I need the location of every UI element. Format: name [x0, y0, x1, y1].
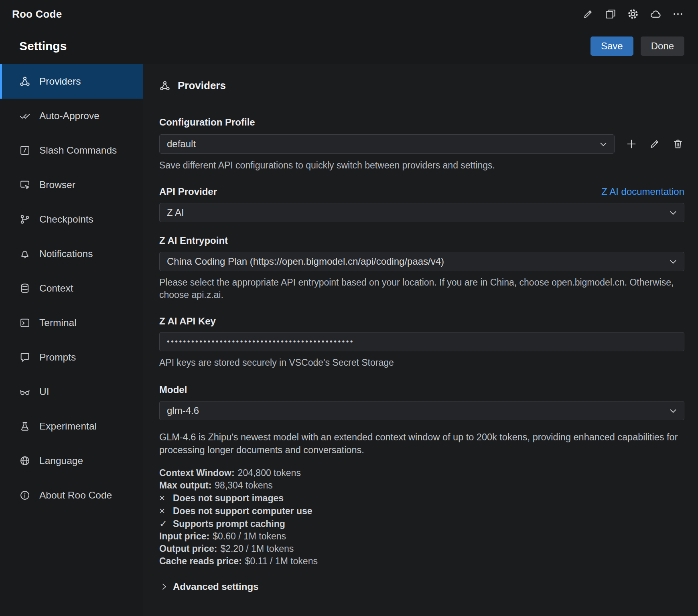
model-group: Model glm-4.6 GLM-4.6 is Zhipu's newest … — [159, 384, 684, 567]
providers-panel: Providers Configuration Profile default — [143, 64, 698, 616]
model-select[interactable]: glm-4.6 — [159, 401, 684, 420]
sidebar-item-ui[interactable]: UI — [0, 375, 143, 409]
model-value: glm-4.6 — [167, 405, 199, 416]
configuration-profile-group: Configuration Profile default — [159, 117, 684, 172]
settings-header: Settings Save Done — [0, 28, 698, 64]
sidebar-item-label: Providers — [39, 76, 81, 87]
spec-no-images: × Does not support images — [159, 492, 684, 505]
sidebar-item-label: Language — [39, 455, 83, 466]
bell-icon — [19, 248, 30, 259]
chevron-down-icon — [668, 406, 678, 416]
entrypoint-select[interactable]: China Coding Plan (https://open.bigmodel… — [159, 252, 684, 271]
spec-no-computer-use: × Does not support computer use — [159, 505, 684, 517]
sidebar-item-auto-approve[interactable]: Auto-Approve — [0, 99, 143, 133]
sidebar-item-browser[interactable]: Browser — [0, 168, 143, 202]
browser-inspect-icon — [19, 179, 30, 190]
sidebar-item-context[interactable]: Context — [0, 271, 143, 306]
sidebar-item-label: Auto-Approve — [39, 110, 99, 122]
advanced-settings-toggle[interactable]: Advanced settings — [159, 581, 684, 592]
sidebar-item-providers[interactable]: Providers — [0, 64, 143, 99]
chevron-down-icon — [598, 139, 609, 150]
layout-icon[interactable] — [604, 8, 617, 20]
terminal-icon — [19, 317, 30, 328]
api-provider-select[interactable]: Z AI — [159, 203, 684, 222]
config-profile-description: Save different API configurations to qui… — [159, 159, 684, 172]
config-profile-label: Configuration Profile — [159, 117, 684, 128]
check-all-icon — [19, 110, 30, 122]
sidebar-item-label: Prompts — [39, 352, 76, 363]
cloud-icon[interactable] — [649, 8, 662, 20]
git-branch-icon — [19, 214, 30, 225]
sidebar-item-label: UI — [39, 386, 49, 397]
spec-max-output: Max output: 98,304 tokens — [159, 479, 684, 492]
sidebar-item-slash-commands[interactable]: Slash Commands — [0, 133, 143, 168]
trash-icon[interactable] — [672, 138, 684, 150]
save-button[interactable]: Save — [590, 36, 633, 56]
x-icon: × — [159, 505, 173, 517]
api-key-input[interactable]: ••••••••••••••••••••••••••••••••••••••••… — [159, 332, 684, 351]
sidebar-item-label: Notifications — [39, 248, 93, 259]
section-header: Providers — [159, 79, 684, 92]
chevron-right-icon — [159, 582, 169, 592]
sidebar-item-label: About Roo Code — [39, 490, 112, 501]
topbar-icon-group — [582, 8, 684, 20]
check-icon: ✓ — [159, 517, 173, 530]
sidebar-item-label: Experimental — [39, 421, 97, 432]
comment-icon — [19, 352, 30, 363]
sidebar-item-label: Terminal — [39, 317, 77, 328]
x-icon: × — [159, 492, 173, 504]
api-key-group: Z AI API Key •••••••••••••••••••••••••••… — [159, 316, 684, 369]
api-provider-group: API Provider Z AI documentation Z AI — [159, 186, 684, 222]
webhook-icon — [19, 76, 30, 87]
model-specs: Context Window: 204,800 tokens Max outpu… — [159, 467, 684, 567]
beaker-icon — [19, 421, 30, 432]
api-provider-label: API Provider — [159, 186, 217, 197]
sidebar-item-prompts[interactable]: Prompts — [0, 340, 143, 375]
section-title: Providers — [178, 79, 226, 92]
config-profile-value: default — [167, 138, 196, 150]
sidebar-item-notifications[interactable]: Notifications — [0, 237, 143, 271]
topbar: Roo Code — [0, 0, 698, 28]
model-label: Model — [159, 384, 684, 395]
header-actions: Save Done — [590, 36, 684, 56]
entrypoint-value: China Coding Plan (https://open.bigmodel… — [167, 256, 444, 267]
api-key-label: Z AI API Key — [159, 316, 684, 327]
chevron-down-icon — [668, 257, 678, 267]
webhook-icon — [159, 80, 170, 91]
entrypoint-description: Please select the appropriate API entryp… — [159, 276, 684, 301]
sidebar-item-about[interactable]: About Roo Code — [0, 478, 143, 513]
gear-icon[interactable] — [627, 8, 639, 20]
ellipsis-icon[interactable] — [672, 8, 684, 20]
zai-documentation-link[interactable]: Z AI documentation — [601, 186, 684, 197]
plus-icon[interactable] — [625, 138, 638, 150]
sidebar-item-label: Browser — [39, 179, 75, 190]
sidebar-item-checkpoints[interactable]: Checkpoints — [0, 202, 143, 237]
spec-input-price: Input price: $0.60 / 1M tokens — [159, 530, 684, 543]
spec-context-window: Context Window: 204,800 tokens — [159, 467, 684, 479]
model-description: GLM-4.6 is Zhipu's newest model with an … — [159, 431, 684, 456]
sidebar-item-language[interactable]: Language — [0, 444, 143, 478]
sidebar-item-label: Context — [39, 283, 73, 294]
config-profile-select[interactable]: default — [159, 134, 615, 154]
app-title: Roo Code — [12, 8, 62, 20]
info-icon — [19, 490, 30, 501]
sidebar-item-terminal[interactable]: Terminal — [0, 306, 143, 340]
edit-icon[interactable] — [582, 8, 595, 20]
spec-cache-reads-price: Cache reads price: $0.11 / 1M tokens — [159, 555, 684, 567]
glasses-icon — [19, 386, 30, 397]
entrypoint-label: Z AI Entrypoint — [159, 235, 684, 246]
spec-prompt-caching: ✓ Supports prompt caching — [159, 517, 684, 530]
database-icon — [19, 283, 30, 294]
chevron-down-icon — [668, 208, 678, 218]
profile-actions — [625, 138, 684, 150]
globe-icon — [19, 455, 30, 466]
done-button[interactable]: Done — [641, 36, 684, 56]
page-title: Settings — [19, 39, 67, 53]
sidebar: Providers Auto-Approve Slash Commands Br… — [0, 64, 143, 616]
pencil-icon[interactable] — [648, 138, 661, 150]
sidebar-item-label: Checkpoints — [39, 214, 93, 225]
sidebar-item-label: Slash Commands — [39, 145, 117, 156]
spec-output-price: Output price: $2.20 / 1M tokens — [159, 543, 684, 555]
advanced-settings-label: Advanced settings — [173, 581, 258, 592]
sidebar-item-experimental[interactable]: Experimental — [0, 409, 143, 444]
